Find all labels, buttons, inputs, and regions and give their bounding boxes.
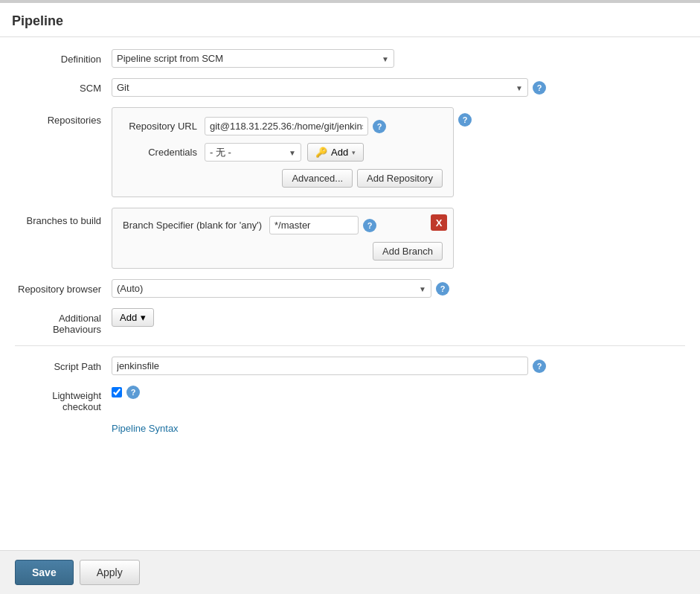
definition-select-wrapper: Pipeline script from SCM Pipeline script xyxy=(112,49,394,68)
repositories-box: Repository URL ? Credentials - 无 - xyxy=(112,107,454,197)
repo-actions: Advanced... Add Repository xyxy=(123,169,443,188)
lightweight-checkout-checkbox[interactable] xyxy=(112,387,122,397)
branch-specifier-row: Branch Specifier (blank for 'any') ? xyxy=(123,216,443,234)
additional-behaviours-label: Additional Behaviours xyxy=(15,308,112,335)
add-behaviour-button[interactable]: Add ▾ xyxy=(112,308,154,327)
credentials-control: - 无 - 🔑 Add ▾ xyxy=(205,143,443,162)
scm-label: SCM xyxy=(15,78,112,94)
footer-bar: Save Apply xyxy=(0,550,700,594)
divider xyxy=(15,345,685,346)
repositories-row: Repositories Repository URL ? Credential… xyxy=(15,107,685,197)
branches-control: X Branch Specifier (blank for 'any') ? A… xyxy=(112,208,685,269)
advanced-button[interactable]: Advanced... xyxy=(282,169,353,188)
script-path-row: Script Path ? xyxy=(15,357,685,375)
credentials-row: Credentials - 无 - 🔑 Add ▾ xyxy=(123,143,443,162)
repo-browser-control: (Auto) ? xyxy=(112,279,685,298)
repo-browser-select-wrapper: (Auto) xyxy=(112,279,431,298)
page-title: Pipeline xyxy=(12,13,63,28)
key-icon: 🔑 xyxy=(315,147,327,158)
credentials-select[interactable]: - 无 - xyxy=(205,143,301,162)
branch-specifier-input[interactable] xyxy=(269,216,359,234)
credentials-select-wrapper: - 无 - xyxy=(205,143,301,162)
branches-box: X Branch Specifier (blank for 'any') ? A… xyxy=(112,208,454,269)
lightweight-checkout-row: Lightweight checkout ? xyxy=(15,386,685,412)
lightweight-checkout-label: Lightweight checkout xyxy=(15,386,112,412)
pipeline-header: Pipeline xyxy=(0,3,700,37)
repo-url-control: ? xyxy=(205,117,443,135)
add-behaviour-dropdown-icon: ▾ xyxy=(141,312,146,323)
scm-help-icon[interactable]: ? xyxy=(533,81,546,95)
script-path-help-icon[interactable]: ? xyxy=(533,360,546,373)
definition-control: Pipeline script from SCM Pipeline script xyxy=(112,49,685,68)
definition-row: Definition Pipeline script from SCM Pipe… xyxy=(15,49,685,68)
apply-button[interactable]: Apply xyxy=(80,560,140,585)
definition-select[interactable]: Pipeline script from SCM Pipeline script xyxy=(112,49,394,68)
pipeline-syntax-link[interactable]: Pipeline Syntax xyxy=(112,423,179,434)
scm-select-wrapper: Git None xyxy=(112,78,528,97)
branch-actions: Add Branch xyxy=(123,242,443,261)
repo-url-help-icon[interactable]: ? xyxy=(373,120,386,133)
script-path-input[interactable] xyxy=(112,357,528,375)
additional-behaviours-row: Additional Behaviours Add ▾ xyxy=(15,308,685,335)
branches-row: Branches to build X Branch Specifier (bl… xyxy=(15,208,685,269)
add-credential-label: Add xyxy=(331,147,348,158)
credentials-label: Credentials xyxy=(123,147,205,158)
repo-browser-select[interactable]: (Auto) xyxy=(112,279,431,298)
repo-url-input[interactable] xyxy=(205,117,368,135)
branch-specifier-help-icon[interactable]: ? xyxy=(363,219,376,232)
save-button[interactable]: Save xyxy=(15,560,74,585)
main-content: Definition Pipeline script from SCM Pipe… xyxy=(0,37,700,456)
add-repository-button[interactable]: Add Repository xyxy=(357,169,443,188)
lightweight-checkout-help-icon[interactable]: ? xyxy=(126,386,140,399)
repositories-control: Repository URL ? Credentials - 无 - xyxy=(112,107,685,197)
repo-browser-help-icon[interactable]: ? xyxy=(436,282,449,296)
add-credential-button[interactable]: 🔑 Add ▾ xyxy=(307,143,364,162)
pipeline-syntax-row: Pipeline Syntax xyxy=(15,423,685,434)
scm-row: SCM Git None ? xyxy=(15,78,685,97)
lightweight-checkout-control: ? xyxy=(112,386,685,399)
branch-specifier-label: Branch Specifier (blank for 'any') xyxy=(123,220,262,231)
additional-behaviours-control: Add ▾ xyxy=(112,308,685,327)
definition-label: Definition xyxy=(15,49,112,65)
add-credential-dropdown-icon: ▾ xyxy=(352,149,356,156)
pipeline-syntax-control: Pipeline Syntax xyxy=(112,423,685,434)
add-branch-button[interactable]: Add Branch xyxy=(373,242,443,261)
pipeline-syntax-spacer xyxy=(15,423,112,427)
script-path-control: ? xyxy=(112,357,685,375)
repo-browser-label: Repository browser xyxy=(15,279,112,295)
scm-control: Git None ? xyxy=(112,78,685,97)
script-path-label: Script Path xyxy=(15,357,112,372)
scm-select[interactable]: Git None xyxy=(112,78,528,97)
repo-url-row: Repository URL ? xyxy=(123,117,443,135)
repo-url-label: Repository URL xyxy=(123,121,205,132)
repositories-label: Repositories xyxy=(15,107,112,126)
delete-branch-button[interactable]: X xyxy=(431,214,447,231)
branches-label: Branches to build xyxy=(15,208,112,226)
page-container: Pipeline Definition Pipeline script from… xyxy=(0,0,700,594)
repo-browser-row: Repository browser (Auto) ? xyxy=(15,279,685,298)
repositories-help-icon[interactable]: ? xyxy=(458,113,472,127)
add-behaviour-label: Add xyxy=(120,312,137,323)
